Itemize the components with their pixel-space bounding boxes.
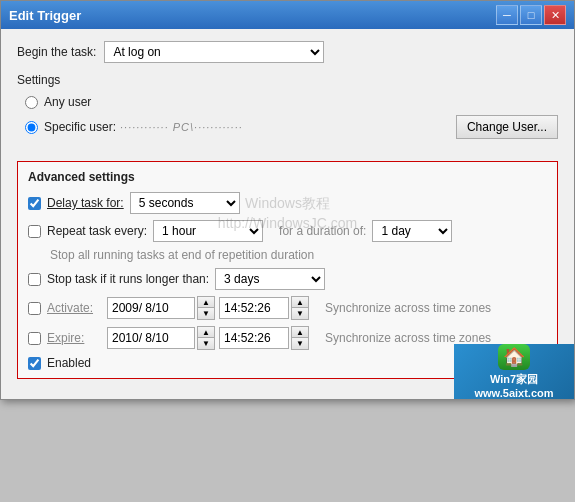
- specific-user-radio[interactable]: [25, 121, 38, 134]
- specific-user-row: Specific user: ············ PC\·········…: [25, 115, 558, 139]
- expire-sync-label: Synchronize across time zones: [325, 331, 491, 345]
- settings-label: Settings: [17, 73, 558, 87]
- expire-checkbox[interactable]: [28, 332, 41, 345]
- logo-line2: www.5aixt.com: [474, 387, 553, 399]
- delay-task-row: Delay task for: 5 seconds 30 seconds 1 m…: [28, 192, 547, 214]
- activate-date-up[interactable]: ▲: [198, 297, 214, 308]
- repeat-task-label: Repeat task every:: [47, 224, 147, 238]
- for-duration-label: for a duration of:: [279, 224, 366, 238]
- delay-task-select[interactable]: 5 seconds 30 seconds 1 minute 30 minutes…: [130, 192, 240, 214]
- specific-user-label: Specific user:: [44, 120, 116, 134]
- expire-date-up[interactable]: ▲: [198, 327, 214, 338]
- window-title: Edit Trigger: [9, 8, 81, 23]
- expire-time-up[interactable]: ▲: [292, 327, 308, 338]
- activate-time-up[interactable]: ▲: [292, 297, 308, 308]
- activate-time-down[interactable]: ▼: [292, 308, 308, 319]
- expire-label: Expire:: [47, 331, 107, 345]
- delay-task-checkbox[interactable]: [28, 197, 41, 210]
- any-user-radio[interactable]: [25, 96, 38, 109]
- begin-task-row: Begin the task: At log on: [17, 41, 558, 63]
- expire-time-spinner: ▲ ▼: [291, 326, 309, 350]
- any-user-row: Any user: [25, 95, 558, 109]
- repeat-task-checkbox[interactable]: [28, 225, 41, 238]
- stop-all-row: Stop all running tasks at end of repetit…: [50, 248, 547, 262]
- maximize-button[interactable]: □: [520, 5, 542, 25]
- enabled-label: Enabled: [47, 356, 91, 370]
- stop-task-checkbox[interactable]: [28, 273, 41, 286]
- edit-trigger-window: Edit Trigger ─ □ ✕ Windows教程 http://Wind…: [0, 0, 575, 400]
- expire-date-spinner: ▲ ▼: [197, 326, 215, 350]
- activate-date-input[interactable]: [107, 297, 195, 319]
- duration-select[interactable]: 15 minutes 30 minutes 1 hour 12 hours 1 …: [372, 220, 452, 242]
- activate-time-spinner: ▲ ▼: [291, 296, 309, 320]
- delay-task-label: Delay task for:: [47, 196, 124, 210]
- minimize-button[interactable]: ─: [496, 5, 518, 25]
- stop-task-row: Stop task if it runs longer than: 30 min…: [28, 268, 547, 290]
- any-user-label: Any user: [44, 95, 91, 109]
- activate-row: Activate: ▲ ▼ ▲ ▼ Synchronize across tim…: [28, 296, 547, 320]
- title-bar: Edit Trigger ─ □ ✕: [1, 1, 574, 29]
- corner-logo: 🏠 Win7家园 www.5aixt.com: [454, 344, 574, 399]
- enabled-checkbox[interactable]: [28, 357, 41, 370]
- advanced-settings-label: Advanced settings: [28, 170, 547, 184]
- activate-date-spinner: ▲ ▼: [197, 296, 215, 320]
- activate-time-input[interactable]: [219, 297, 289, 319]
- stop-task-label: Stop task if it runs longer than:: [47, 272, 209, 286]
- repeat-task-select[interactable]: 5 minutes 10 minutes 15 minutes 30 minut…: [153, 220, 263, 242]
- begin-task-select[interactable]: At log on: [104, 41, 324, 63]
- change-user-button[interactable]: Change User...: [456, 115, 558, 139]
- activate-label: Activate:: [47, 301, 107, 315]
- activate-date-down[interactable]: ▼: [198, 308, 214, 319]
- title-bar-controls: ─ □ ✕: [496, 5, 566, 25]
- close-button[interactable]: ✕: [544, 5, 566, 25]
- stop-all-label: Stop all running tasks at end of repetit…: [50, 248, 314, 262]
- logo-line1: Win7家园: [490, 372, 538, 387]
- expire-time-down[interactable]: ▼: [292, 338, 308, 349]
- logo-emoji: 🏠: [503, 346, 525, 368]
- begin-task-label: Begin the task:: [17, 45, 96, 59]
- specific-user-value: ············ PC\············: [120, 121, 243, 133]
- activate-checkbox[interactable]: [28, 302, 41, 315]
- stop-task-select[interactable]: 30 minutes 1 hour 2 hours 4 hours 8 hour…: [215, 268, 325, 290]
- activate-sync-label: Synchronize across time zones: [325, 301, 491, 315]
- repeat-task-row: Repeat task every: 5 minutes 10 minutes …: [28, 220, 547, 242]
- corner-logo-icon: 🏠: [498, 344, 530, 370]
- expire-date-down[interactable]: ▼: [198, 338, 214, 349]
- expire-time-input[interactable]: [219, 327, 289, 349]
- expire-date-input[interactable]: [107, 327, 195, 349]
